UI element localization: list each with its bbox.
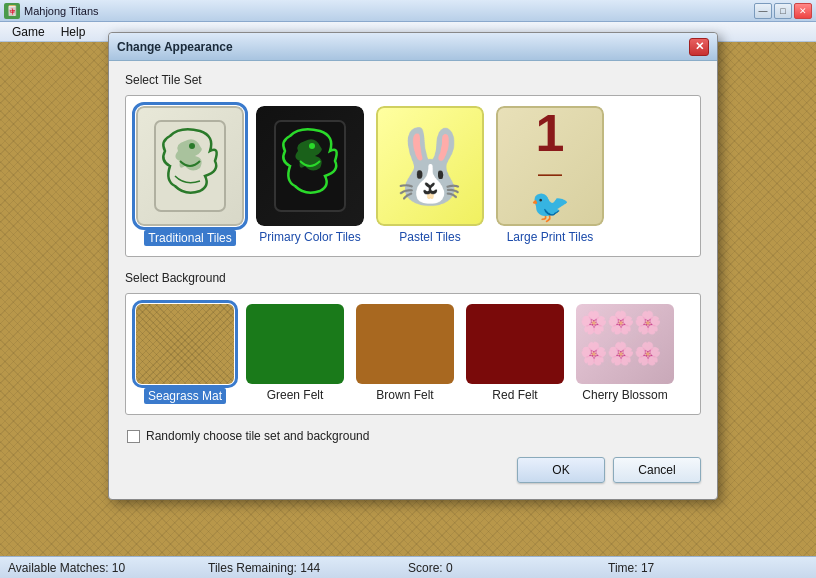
dialog-content: Select Tile Set bbox=[109, 61, 717, 499]
svg-point-1 bbox=[189, 143, 195, 149]
bg-label-seagrass: Seagrass Mat bbox=[144, 388, 226, 404]
tile-preview-traditional bbox=[136, 106, 244, 226]
tile-image-pastel: 🐰 bbox=[376, 106, 484, 226]
svg-point-3 bbox=[309, 143, 315, 149]
dialog-buttons: OK Cancel bbox=[125, 457, 701, 483]
bg-image-red-felt bbox=[466, 304, 564, 384]
cancel-button[interactable]: Cancel bbox=[613, 457, 701, 483]
background-grid: Seagrass Mat Green Felt Brown Felt Red F… bbox=[125, 293, 701, 415]
bg-image-brown-felt bbox=[356, 304, 454, 384]
tile-image-large-print: 1 — 🐦 bbox=[496, 106, 604, 226]
bg-option-brown-felt[interactable]: Brown Felt bbox=[356, 304, 454, 404]
tile-preview-large-print: 1 — 🐦 bbox=[496, 106, 604, 226]
tile-section-label: Select Tile Set bbox=[125, 73, 701, 87]
dialog-title: Change Appearance bbox=[117, 40, 689, 54]
tile-label-large-print: Large Print Tiles bbox=[507, 230, 594, 244]
bg-image-green-felt bbox=[246, 304, 344, 384]
bg-image-cherry-blossom bbox=[576, 304, 674, 384]
tile-option-primary[interactable]: Primary Color Tiles bbox=[256, 106, 364, 246]
bg-image-seagrass bbox=[136, 304, 234, 384]
bg-label-cherry-blossom: Cherry Blossom bbox=[582, 388, 667, 402]
change-appearance-dialog: Change Appearance ✕ Select Tile Set bbox=[108, 32, 718, 500]
dialog-overlay: Change Appearance ✕ Select Tile Set bbox=[0, 0, 816, 578]
bg-label-brown-felt: Brown Felt bbox=[376, 388, 433, 402]
bg-label-green-felt: Green Felt bbox=[267, 388, 324, 402]
random-checkbox-label: Randomly choose tile set and background bbox=[146, 429, 369, 443]
tile-preview-pastel: 🐰 bbox=[376, 106, 484, 226]
random-checkbox[interactable] bbox=[127, 430, 140, 443]
tile-label-traditional: Traditional Tiles bbox=[144, 230, 236, 246]
tile-image-primary bbox=[256, 106, 364, 226]
bg-option-seagrass[interactable]: Seagrass Mat bbox=[136, 304, 234, 404]
bg-section-label: Select Background bbox=[125, 271, 701, 285]
dialog-close-button[interactable]: ✕ bbox=[689, 38, 709, 56]
tile-set-grid: Traditional Tiles bbox=[125, 95, 701, 257]
tile-label-pastel: Pastel Tiles bbox=[399, 230, 460, 244]
bg-label-red-felt: Red Felt bbox=[492, 388, 537, 402]
tile-label-primary: Primary Color Tiles bbox=[259, 230, 360, 244]
tile-preview-primary bbox=[256, 106, 364, 226]
bg-option-cherry-blossom[interactable]: Cherry Blossom bbox=[576, 304, 674, 404]
bg-option-red-felt[interactable]: Red Felt bbox=[466, 304, 564, 404]
random-checkbox-row: Randomly choose tile set and background bbox=[125, 429, 701, 443]
tile-image-traditional bbox=[136, 106, 244, 226]
dialog-title-bar: Change Appearance ✕ bbox=[109, 33, 717, 61]
large-print-content: 1 — 🐦 bbox=[530, 108, 570, 224]
tile-option-large-print[interactable]: 1 — 🐦 Large Print Tiles bbox=[496, 106, 604, 246]
ok-button[interactable]: OK bbox=[517, 457, 605, 483]
tile-option-traditional[interactable]: Traditional Tiles bbox=[136, 106, 244, 246]
bg-option-green-felt[interactable]: Green Felt bbox=[246, 304, 344, 404]
tile-option-pastel[interactable]: 🐰 Pastel Tiles bbox=[376, 106, 484, 246]
